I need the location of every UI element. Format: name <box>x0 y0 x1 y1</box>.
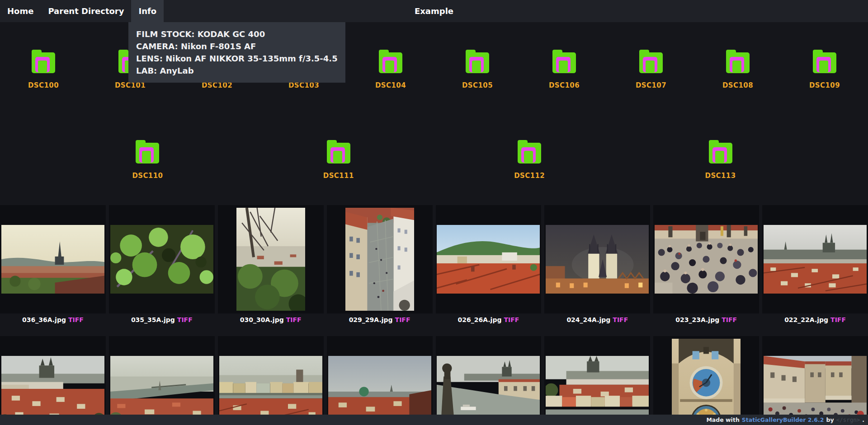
thumbnail-grid: 036_36A.jpgTIFF 035_35A.jpgTIFF <box>0 205 868 425</box>
thumb-row2-3[interactable] <box>218 336 324 425</box>
thumb-label: 029_29A.jpgTIFF <box>349 316 410 325</box>
thumb-row2-2[interactable] <box>109 336 215 425</box>
folder-dsc109[interactable]: DSC109 <box>781 48 868 89</box>
thumb-024-24A[interactable]: 024_24A.jpgTIFF <box>544 205 650 325</box>
thumb-image-026-26A[interactable] <box>436 205 542 313</box>
thumb-row2-4[interactable] <box>327 336 433 425</box>
folder-icon <box>515 138 544 165</box>
thumb-format-badge: TIFF <box>722 316 737 323</box>
folder-dsc108[interactable]: DSC108 <box>694 48 781 89</box>
thumb-image-024-24A[interactable] <box>544 205 650 313</box>
folder-dsc105[interactable]: DSC105 <box>434 48 521 89</box>
folder-icon <box>376 48 405 75</box>
photo-bridge-crowd <box>655 225 758 294</box>
folder-dsc111[interactable]: DSC111 <box>295 138 382 180</box>
footer-by: by <box>826 416 834 423</box>
thumb-023-23A[interactable]: 023_23A.jpgTIFF <box>653 205 759 325</box>
info-line-lab: LAB: AnyLab <box>136 65 338 77</box>
folder-icon <box>29 48 58 75</box>
thumb-format-badge: TIFF <box>177 316 193 323</box>
thumb-image-023-23A[interactable] <box>653 205 759 313</box>
folder-label: DSC107 <box>636 81 666 89</box>
folder-icon <box>133 138 162 165</box>
thumb-row2-4-image[interactable] <box>327 336 433 425</box>
srgn-logo[interactable]: </srgn> <box>836 416 860 423</box>
folder-icon <box>550 48 579 75</box>
nav-parent-directory[interactable]: Parent Directory <box>41 0 131 22</box>
thumb-label: 024_24A.jpgTIFF <box>566 316 628 325</box>
thumb-022-22A[interactable]: 022_22A.jpgTIFF <box>762 205 868 325</box>
thumb-row2-2-image[interactable] <box>109 336 215 425</box>
info-tooltip: FILM STOCK: KODAK GC 400 CAMERA: Nikon F… <box>128 22 345 83</box>
folder-label: DSC105 <box>462 81 493 89</box>
thumb-format-badge: TIFF <box>504 316 519 323</box>
thumb-row2-6[interactable] <box>544 336 650 425</box>
thumb-label: 030_30A.jpgTIFF <box>240 316 302 325</box>
thumb-035-35A[interactable]: 035_35A.jpgTIFF <box>109 205 215 325</box>
thumb-label: 022_22A.jpgTIFF <box>784 316 846 325</box>
footer-made-with: Made with <box>706 416 739 423</box>
folder-dsc106[interactable]: DSC106 <box>521 48 608 89</box>
thumb-036-36A[interactable]: 036_36A.jpgTIFF <box>0 205 106 325</box>
navbar: Home Parent Directory Info Example <box>0 0 868 22</box>
nav-home[interactable]: Home <box>0 0 41 22</box>
thumb-image-029-29A[interactable] <box>327 205 433 313</box>
photo-square-aerial <box>345 208 414 311</box>
thumb-row2-1-image[interactable] <box>0 336 106 425</box>
folder-dsc112[interactable]: DSC112 <box>486 138 573 180</box>
thumb-row2-3-image[interactable] <box>218 336 324 425</box>
thumb-row2-1[interactable] <box>0 336 106 425</box>
thumb-image-036-36A[interactable] <box>0 205 106 313</box>
thumb-row2-8-image[interactable] <box>762 336 868 425</box>
folder-icon <box>324 138 353 165</box>
footer-dot: . <box>862 416 864 423</box>
info-line-camera: CAMERA: Nikon F-801S AF <box>136 40 338 52</box>
folder-icon <box>706 138 735 165</box>
thumb-filename: 030_30A.jpg <box>240 316 284 323</box>
thumb-026-26A[interactable]: 026_26A.jpgTIFF <box>436 205 542 325</box>
thumb-label: 023_23A.jpgTIFF <box>675 316 737 325</box>
folder-label: DSC110 <box>132 172 163 180</box>
thumb-image-022-22A[interactable] <box>762 205 868 313</box>
folder-label: DSC106 <box>549 81 580 89</box>
folder-label: DSC109 <box>809 81 840 89</box>
thumb-filename: 026_26A.jpg <box>458 316 502 323</box>
thumb-filename: 022_22A.jpg <box>784 316 828 323</box>
photo-rooftops-hill <box>437 225 540 294</box>
folder-dsc100[interactable]: DSC100 <box>0 48 87 89</box>
thumb-filename: 023_23A.jpg <box>675 316 719 323</box>
thumb-format-badge: TIFF <box>830 316 846 323</box>
thumb-label: 036_36A.jpgTIFF <box>22 316 84 325</box>
thumb-filename: 036_36A.jpg <box>22 316 66 323</box>
folder-dsc107[interactable]: DSC107 <box>608 48 694 89</box>
folder-row-2: DSC110 DSC111 DSC112 DSC113 <box>0 138 868 180</box>
folder-icon <box>637 48 665 75</box>
folder-dsc104[interactable]: DSC104 <box>347 48 434 89</box>
thumb-row2-7[interactable] <box>653 336 759 425</box>
footer-builder-link[interactable]: StaticGalleryBuilder 2.6.2 <box>742 416 824 423</box>
thumb-row2-5-image[interactable] <box>436 336 542 425</box>
folder-label: DSC100 <box>28 81 59 89</box>
thumb-row2-5[interactable] <box>436 336 542 425</box>
thumb-image-030-30A[interactable] <box>218 205 324 313</box>
thumb-format-badge: TIFF <box>613 316 628 323</box>
thumb-image-035-35A[interactable] <box>109 205 215 313</box>
thumb-row2-6-image[interactable] <box>544 336 650 425</box>
thumb-format-badge: TIFF <box>286 316 302 323</box>
thumb-row2-7-image[interactable] <box>653 336 759 425</box>
photo-church-night <box>546 225 649 294</box>
folder-dsc113[interactable]: DSC113 <box>677 138 764 180</box>
thumb-label: 035_35A.jpgTIFF <box>131 316 193 325</box>
info-line-film: FILM STOCK: KODAK GC 400 <box>136 28 338 40</box>
tab-info[interactable]: Info <box>131 0 164 22</box>
photo-astronomical-clock <box>672 339 741 425</box>
thumb-030-30A[interactable]: 030_30A.jpgTIFF <box>218 205 324 325</box>
thumb-029-29A[interactable]: 029_29A.jpgTIFF <box>327 205 433 325</box>
page-title: Example <box>415 0 453 22</box>
thumb-row2-8[interactable] <box>762 336 868 425</box>
folder-icon <box>463 48 492 75</box>
photo-city-panorama <box>1 225 104 294</box>
folder-dsc110[interactable]: DSC110 <box>104 138 191 180</box>
folder-label: DSC104 <box>375 81 406 89</box>
folder-icon <box>810 48 839 75</box>
